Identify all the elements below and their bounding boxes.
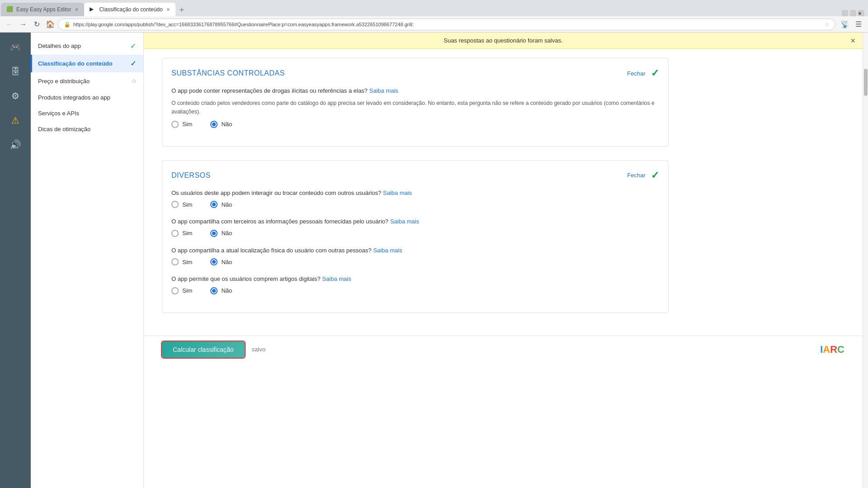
saiba-mais-q3[interactable]: Saiba mais [390, 218, 419, 225]
new-tab-button[interactable]: + [175, 4, 188, 16]
section-title-substancias: SUBSTÂNCIAS CONTROLADAS [171, 69, 285, 77]
notification-text: Suas respostas ao questionário foram sal… [444, 37, 563, 44]
scrollbar-thumb[interactable] [864, 69, 868, 96]
radio-btn-q2-sim[interactable] [171, 201, 179, 208]
radio-label-q2-sim: Sim [182, 201, 192, 208]
content-area: SUBSTÂNCIAS CONTROLADAS Fechar ✓ O app p… [144, 49, 687, 336]
radio-btn-q4-sim[interactable] [171, 258, 179, 265]
radio-q4-sim[interactable]: Sim [171, 258, 192, 265]
sidebar-check-classificacao: ✓ [130, 59, 136, 68]
sidebar-item-detalhes[interactable]: Detalhes do app ✓ [31, 37, 143, 55]
check-mark-substancias: ✓ [651, 67, 659, 79]
radio-group-q5: Sim Não [171, 287, 659, 294]
sidebar-label-preco: Preço e distribuição [38, 78, 90, 85]
radio-label-q3-sim: Sim [182, 230, 192, 237]
notification-close-button[interactable]: × [850, 36, 855, 45]
radio-q1-nao[interactable]: Não [210, 121, 232, 128]
question-5: O app permite que os usuários comprem ar… [171, 275, 659, 294]
radio-label-q4-nao: Não [221, 259, 232, 265]
radio-group-q1: Sim Não [171, 121, 659, 128]
iarc-r: R [830, 344, 837, 355]
main-content: Suas respostas ao questionário foram sal… [144, 33, 863, 488]
question-1-text: O app pode conter representações de drog… [171, 86, 659, 95]
question-3-text: O app compartilha com terceiros as infor… [171, 217, 659, 226]
scrollbar-area[interactable] [863, 33, 868, 488]
refresh-button[interactable]: ↻ [31, 19, 43, 30]
radio-q1-sim[interactable]: Sim [171, 121, 192, 128]
radio-q5-nao[interactable]: Não [210, 287, 232, 294]
radio-q2-nao[interactable]: Não [210, 201, 232, 208]
tab-close-classificacao[interactable]: × [166, 6, 170, 13]
saiba-mais-q2[interactable]: Saiba mais [383, 190, 412, 196]
question-2-text: Os usuários deste app podem interagir ou… [171, 189, 659, 198]
home-button[interactable]: 🏠 [44, 19, 56, 30]
tab-classificacao[interactable]: ▶ Classificação do conteúdo × [84, 3, 175, 16]
settings-icon[interactable]: ⚙ [5, 86, 25, 106]
fechar-link-diversos[interactable]: Fechar [627, 172, 645, 179]
sidebar-item-produtos[interactable]: Produtos integrados ao app [31, 90, 143, 105]
maximize-button[interactable] [850, 10, 856, 16]
controller-icon[interactable]: 🎮 [5, 37, 25, 57]
radio-label-q3-nao: Não [221, 230, 232, 237]
radio-btn-q4-nao[interactable] [210, 258, 218, 265]
saiba-mais-q5[interactable]: Saiba mais [322, 275, 351, 282]
database-icon[interactable]: 🗄 [5, 62, 25, 81]
radio-btn-q2-nao[interactable] [210, 201, 218, 208]
sidebar-item-servicos[interactable]: Serviços e APIs [31, 105, 143, 121]
calcular-classificacao-button[interactable]: Calcular classificação [162, 341, 245, 358]
close-window-button[interactable]: × [858, 10, 864, 16]
saiba-mais-q4[interactable]: Saiba mais [373, 247, 402, 254]
sidebar-item-dicas[interactable]: Dicas de otimização [31, 121, 143, 137]
sidebar-check-preco: ○ [132, 77, 136, 85]
radio-q4-nao[interactable]: Não [210, 258, 232, 265]
question-5-text: O app permite que os usuários comprem ar… [171, 275, 659, 284]
radio-btn-q1-sim[interactable] [171, 121, 179, 128]
cast-icon[interactable]: 📡 [839, 19, 851, 30]
tab-close-easy[interactable]: × [75, 6, 78, 13]
browser-chrome: 🟩 Easy Easy Apps Editor × ▶ Classificaçã… [0, 0, 868, 33]
lock-icon: 🔒 [64, 21, 71, 28]
radio-q5-sim[interactable]: Sim [171, 287, 192, 294]
tab-easy-apps[interactable]: 🟩 Easy Easy Apps Editor × [1, 3, 84, 16]
notification-banner: Suas respostas ao questionário foram sal… [144, 33, 863, 49]
sidebar-item-preco[interactable]: Preço e distribuição ○ [31, 72, 143, 90]
star-icon: ☆ [825, 21, 830, 28]
sidebar-label-servicos: Serviços e APIs [38, 110, 79, 117]
question-4: O app compartilha a atual localização fí… [171, 246, 659, 266]
address-bar[interactable]: 🔒 https://play.google.com/apps/publish/?… [58, 19, 835, 30]
radio-label-q1-sim: Sim [182, 121, 192, 128]
warning-icon[interactable]: ⚠ [5, 110, 25, 130]
sidebar-label-classificacao: Classificação do conteúdo [38, 60, 113, 67]
section-actions-diversos: Fechar ✓ [627, 170, 659, 181]
back-button[interactable]: ← [4, 19, 15, 30]
menu-icon[interactable]: ☰ [853, 19, 864, 30]
radio-label-q1-nao: Não [221, 121, 232, 128]
fechar-link-substancias[interactable]: Fechar [627, 70, 645, 77]
sidebar-item-classificacao[interactable]: Classificação do conteúdo ✓ [31, 55, 143, 72]
radio-btn-q1-nao[interactable] [210, 121, 218, 128]
console-sidebar: Detalhes do app ✓ Classificação do conte… [31, 33, 144, 488]
question-1: O app pode conter representações de drog… [171, 86, 659, 128]
salvo-text: salvo [252, 346, 266, 353]
minimize-button[interactable] [842, 10, 848, 16]
radio-btn-q3-sim[interactable] [171, 230, 179, 237]
radio-btn-q5-nao[interactable] [210, 287, 218, 294]
radio-group-q3: Sim Não [171, 230, 659, 237]
section-diversos: DIVERSOS Fechar ✓ Os usuários deste app … [162, 160, 669, 313]
iarc-logo: I A R C [820, 344, 844, 355]
section-actions-substancias: Fechar ✓ [627, 67, 659, 79]
tab-icon-easy: 🟩 [6, 6, 14, 13]
radio-btn-q3-nao[interactable] [210, 230, 218, 237]
radio-btn-q5-sim[interactable] [171, 287, 179, 294]
radio-q3-sim[interactable]: Sim [171, 230, 192, 237]
radio-q2-sim[interactable]: Sim [171, 201, 192, 208]
iarc-a: A [823, 344, 830, 355]
section-header-diversos: DIVERSOS Fechar ✓ [171, 170, 659, 181]
radio-label-q4-sim: Sim [182, 259, 192, 265]
saiba-mais-q1[interactable]: Saiba mais [369, 87, 398, 94]
radio-q3-nao[interactable]: Não [210, 230, 232, 237]
section-header-substancias: SUBSTÂNCIAS CONTROLADAS Fechar ✓ [171, 67, 659, 79]
bottom-bar: Calcular classificação salvo I A R C [144, 336, 863, 363]
volume-icon[interactable]: 🔊 [5, 135, 25, 155]
forward-button[interactable]: → [17, 19, 29, 30]
